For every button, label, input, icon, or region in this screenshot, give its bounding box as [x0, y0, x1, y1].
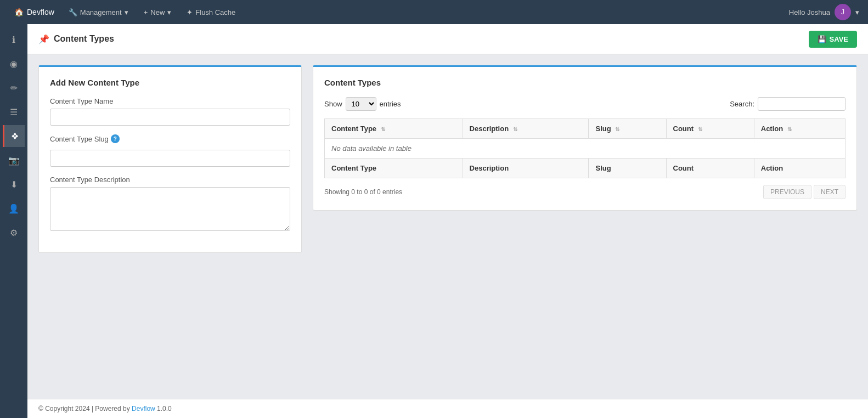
navbar-brand[interactable]: 🏠 Devflow — [9, 8, 60, 16]
brand-label: Devflow — [27, 8, 54, 16]
navbar: 🏠 Devflow 🔧 Management ▾ + New ▾ ✦ Flush… — [0, 0, 868, 24]
col-slug-footer: Slug — [589, 159, 666, 178]
sort-icon-0: ⇅ — [381, 126, 385, 132]
col-count-header[interactable]: Count ⇅ — [666, 119, 754, 139]
globe-icon: ◉ — [10, 59, 18, 69]
sidebar-item-dashboard[interactable]: ◉ — [3, 53, 25, 75]
col-count-footer: Count — [666, 159, 754, 178]
sort-icon-2: ⇅ — [615, 126, 619, 132]
search-input[interactable] — [758, 97, 846, 111]
add-form-title: Add New Content Type — [50, 78, 290, 87]
entries-info: Showing 0 to 0 of 0 entries — [324, 188, 402, 196]
footer-version: 1.0.0 — [155, 405, 172, 413]
col-description-footer: Description — [463, 159, 589, 178]
page-header: 📌 Content Types 💾 SAVE — [27, 24, 868, 54]
add-form-panel: Add New Content Type Content Type Name C… — [38, 65, 302, 253]
page-title: Content Types — [54, 34, 114, 44]
pencil-icon: ✏ — [10, 83, 18, 93]
slug-form-group: Content Type Slug ? — [50, 134, 290, 167]
footer-copyright: © Copyright 2024 | Powered by — [38, 405, 132, 413]
no-data-row: No data available in table — [325, 139, 846, 159]
management-label: Management — [80, 8, 122, 16]
next-button[interactable]: NEXT — [814, 185, 846, 199]
navbar-right: Hello Joshua J ▾ — [789, 4, 859, 20]
slug-help-icon[interactable]: ? — [111, 134, 120, 143]
page-title-wrapper: 📌 Content Types — [38, 34, 114, 44]
sort-icon-4: ⇅ — [787, 126, 792, 132]
sidebar-item-edit[interactable]: ✏ — [3, 77, 25, 99]
col-action-header[interactable]: Action ⇅ — [754, 119, 845, 139]
user-icon: 👤 — [8, 204, 19, 214]
sidebar: ℹ ◉ ✏ ☰ ❖ 📷 ⬇ 👤 ⚙ — [0, 24, 27, 418]
no-data-cell: No data available in table — [325, 139, 846, 159]
name-input[interactable] — [50, 109, 290, 126]
table-footer: Showing 0 to 0 of 0 entries PREVIOUS NEX… — [324, 185, 846, 199]
gear-icon: ⚙ — [10, 228, 18, 238]
description-label: Content Type Description — [50, 176, 290, 184]
chevron-down-icon: ▾ — [125, 8, 128, 16]
sidebar-item-info[interactable]: ℹ — [3, 29, 25, 50]
show-label: Show — [324, 100, 342, 108]
table-header-row: Content Type ⇅ Description ⇅ Slug ⇅ — [325, 119, 846, 139]
camera-icon: 📷 — [8, 155, 19, 166]
save-icon: 💾 — [818, 35, 826, 43]
new-label: New — [150, 8, 165, 16]
sidebar-item-users[interactable]: 👤 — [3, 197, 25, 219]
footer-brand-link[interactable]: Devflow — [132, 405, 155, 413]
main-content: 📌 Content Types 💾 SAVE Add New Content T… — [27, 24, 868, 418]
search-box: Search: — [730, 97, 846, 111]
col-content-type-footer: Content Type — [325, 159, 463, 178]
sidebar-item-list[interactable]: ☰ — [3, 101, 25, 123]
save-label: SAVE — [830, 35, 848, 43]
download-icon: ⬇ — [10, 179, 18, 190]
table-controls: Show 10 25 50 100 entries Search: — [324, 97, 846, 111]
description-textarea[interactable] — [50, 187, 290, 231]
footer: © Copyright 2024 | Powered by Devflow 1.… — [27, 399, 868, 418]
info-icon: ℹ — [12, 35, 15, 45]
col-description-header[interactable]: Description ⇅ — [463, 119, 589, 139]
search-label: Search: — [730, 100, 754, 108]
new-menu[interactable]: + New ▾ — [137, 0, 178, 24]
content-area: Add New Content Type Content Type Name C… — [27, 54, 868, 399]
pagination: PREVIOUS NEXT — [763, 185, 846, 199]
table-footer-header-row: Content Type Description Slug Count Acti… — [325, 159, 846, 178]
chevron-down-icon-2: ▾ — [167, 8, 171, 16]
slug-label-row: Content Type Slug ? — [50, 134, 290, 143]
flush-cache-menu[interactable]: ✦ Flush Cache — [180, 0, 242, 24]
slug-input[interactable] — [50, 150, 290, 167]
save-button[interactable]: 💾 SAVE — [809, 31, 857, 48]
layout: ℹ ◉ ✏ ☰ ❖ 📷 ⬇ 👤 ⚙ 📌 Content Types 💾 SAVE… — [0, 24, 868, 418]
name-form-group: Content Type Name — [50, 97, 290, 126]
show-entries: Show 10 25 50 100 entries — [324, 97, 401, 111]
sidebar-item-settings[interactable]: ⚙ — [3, 222, 25, 244]
entries-label: entries — [380, 100, 401, 108]
table-panel-title: Content Types — [324, 78, 846, 87]
sort-icon-1: ⇅ — [513, 126, 517, 132]
wand-icon: ✦ — [187, 8, 193, 16]
wrench-icon: 🔧 — [69, 8, 77, 16]
home-icon: 🏠 — [14, 8, 24, 16]
sort-icon-3: ⇅ — [698, 126, 702, 132]
slug-label: Content Type Slug — [50, 135, 109, 143]
avatar[interactable]: J — [835, 4, 851, 20]
data-table: Content Type ⇅ Description ⇅ Slug ⇅ — [324, 118, 846, 178]
user-greeting: Hello Joshua — [789, 8, 830, 16]
description-form-group: Content Type Description — [50, 176, 290, 233]
user-chevron-icon: ▾ — [855, 8, 859, 16]
name-label: Content Type Name — [50, 97, 290, 105]
col-slug-header[interactable]: Slug ⇅ — [589, 119, 666, 139]
col-action-footer: Action — [754, 159, 845, 178]
col-content-type-header[interactable]: Content Type ⇅ — [325, 119, 463, 139]
sidebar-item-content-types[interactable]: ❖ — [3, 125, 25, 147]
list-icon: ☰ — [10, 107, 18, 117]
content-types-icon: ❖ — [11, 131, 19, 142]
table-panel: Content Types Show 10 25 50 100 entries — [313, 65, 857, 211]
flush-cache-label: Flush Cache — [195, 8, 235, 16]
sidebar-item-download[interactable]: ⬇ — [3, 173, 25, 195]
sidebar-item-media[interactable]: 📷 — [3, 149, 25, 171]
management-menu[interactable]: 🔧 Management ▾ — [62, 0, 135, 24]
pin-icon: 📌 — [38, 34, 49, 44]
plus-icon: + — [144, 8, 148, 16]
entries-select[interactable]: 10 25 50 100 — [346, 97, 376, 111]
prev-button[interactable]: PREVIOUS — [763, 185, 811, 199]
